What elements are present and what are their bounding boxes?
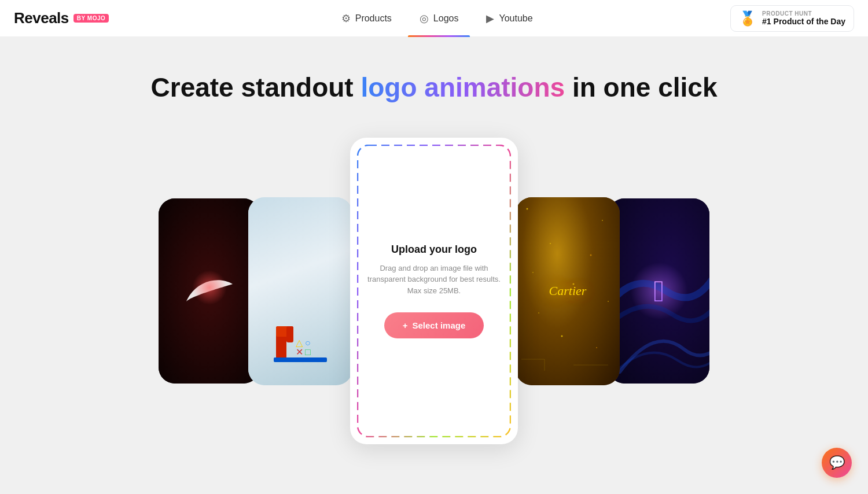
logos-icon: ◎ — [420, 12, 429, 25]
chat-icon: 💬 — [829, 455, 845, 470]
playstation-logo-icon: △ ○ ✕ □ — [266, 316, 335, 374]
chat-button[interactable]: 💬 — [822, 448, 852, 478]
app-logo: Reveals — [14, 9, 69, 27]
cards-area: △ ○ ✕ □ — [0, 138, 868, 444]
nike-card — [159, 198, 260, 384]
svg-point-11 — [550, 243, 551, 244]
headline-suffix: in one click — [565, 72, 717, 102]
svg-text:□: □ — [305, 347, 311, 357]
svg-point-16 — [538, 312, 539, 314]
svg-text:○: ○ — [305, 338, 311, 348]
nav-links: ⚙ Products ◎ Logos ▶ Youtube — [144, 1, 730, 36]
nav-label-youtube: Youtube — [499, 13, 532, 24]
ph-label-bottom: #1 Product of the Day — [762, 17, 845, 26]
right-phones: Cartier  — [527, 197, 709, 385]
playstation-card: △ ○ ✕ □ — [248, 197, 352, 385]
apple-card-inner:  — [608, 198, 709, 384]
dashed-border-svg — [357, 145, 511, 437]
select-image-label: Select image — [413, 320, 466, 330]
svg-rect-8 — [358, 145, 510, 437]
upload-card: Upload your logo Drag and drop an image … — [350, 138, 518, 444]
cartier-card-inner: Cartier — [516, 197, 620, 385]
apple-logo-icon:  — [653, 274, 664, 308]
medal-icon: 🏅 — [739, 10, 756, 27]
svg-text:△: △ — [296, 338, 303, 348]
nav-right: 🏅 PRODUCT HUNT #1 Product of the Day — [730, 5, 854, 32]
main-content: Create standout logo animations in one c… — [0, 37, 868, 494]
nav-item-products[interactable]: ⚙ Products — [341, 1, 392, 36]
headline: Create standout logo animations in one c… — [151, 72, 718, 103]
cartier-card: Cartier — [516, 197, 620, 385]
svg-point-14 — [573, 283, 575, 285]
svg-point-12 — [590, 254, 592, 256]
nike-glow — [192, 270, 227, 305]
ps-card-inner: △ ○ ✕ □ — [248, 197, 352, 385]
logo-area[interactable]: Reveals BY MOJO — [14, 9, 109, 27]
nike-card-inner — [159, 198, 260, 384]
nav-label-products: Products — [355, 13, 392, 24]
svg-point-10 — [602, 220, 603, 221]
ph-label-top: PRODUCT HUNT — [762, 10, 845, 17]
navbar: Reveals BY MOJO ⚙ Products ◎ Logos ▶ You… — [0, 0, 868, 37]
nav-item-youtube[interactable]: ▶ Youtube — [486, 1, 532, 36]
left-phones: △ ○ ✕ □ — [159, 197, 341, 385]
upload-description: Drag and drop an image file with transpa… — [364, 263, 504, 297]
nav-label-logos: Logos — [433, 13, 459, 24]
svg-point-13 — [532, 272, 534, 273]
svg-text:✕: ✕ — [296, 347, 303, 357]
svg-point-17 — [561, 335, 563, 337]
headline-prefix: Create standout — [151, 72, 361, 102]
plus-icon: + — [403, 320, 408, 330]
svg-point-18 — [596, 347, 597, 348]
headline-highlight: logo animations — [361, 72, 565, 102]
svg-rect-3 — [274, 357, 327, 362]
apple-card:  — [608, 198, 709, 384]
youtube-icon: ▶ — [486, 12, 494, 25]
upload-title: Upload your logo — [391, 244, 477, 256]
ph-text-area: PRODUCT HUNT #1 Product of the Day — [762, 10, 845, 26]
by-mojo-badge: BY MOJO — [73, 14, 109, 23]
products-icon: ⚙ — [341, 12, 351, 25]
select-image-button[interactable]: + Select image — [384, 312, 484, 338]
svg-point-15 — [608, 301, 609, 302]
svg-rect-2 — [286, 326, 293, 342]
dashed-border — [357, 145, 511, 437]
product-hunt-badge[interactable]: 🏅 PRODUCT HUNT #1 Product of the Day — [730, 5, 854, 32]
svg-point-9 — [527, 208, 528, 209]
cartier-sparkle-icon — [516, 197, 620, 385]
nav-item-logos[interactable]: ◎ Logos — [420, 1, 459, 36]
